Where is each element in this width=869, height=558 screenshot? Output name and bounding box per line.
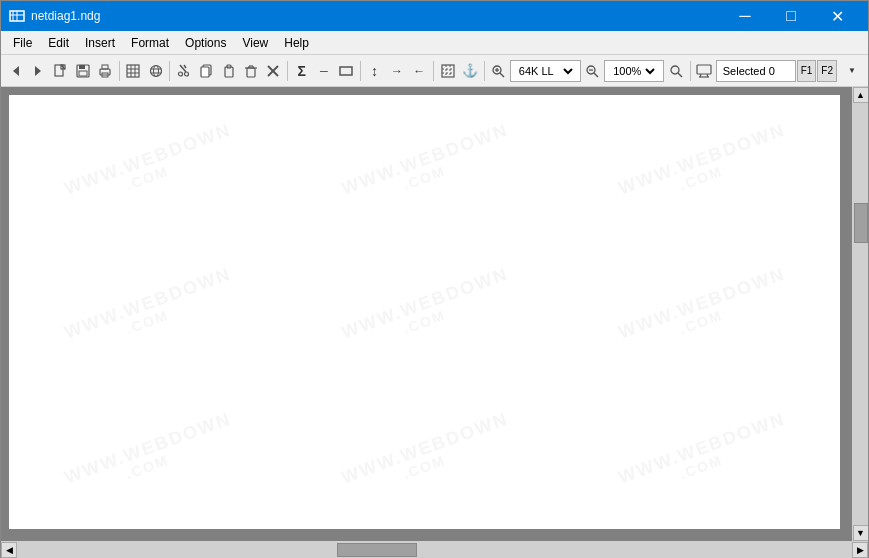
scroll-thumb-vertical[interactable] (854, 203, 868, 243)
svg-point-21 (153, 65, 158, 76)
toolbar: Σ ─ ↕ → ← ⚓ 64K LL 128K LL 256K LL (1, 55, 868, 87)
scroll-track-horizontal[interactable] (17, 542, 852, 558)
arrow-select-button[interactable]: ↕ (364, 59, 385, 83)
svg-rect-39 (340, 67, 352, 75)
selected-label: Selected (723, 65, 766, 77)
internet-button[interactable] (145, 59, 166, 83)
horizontal-scrollbar: ◀ ▶ (1, 541, 868, 557)
menu-format[interactable]: Format (123, 32, 177, 54)
toolbar-separator-3 (287, 61, 288, 81)
menu-help[interactable]: Help (276, 32, 317, 54)
menu-insert[interactable]: Insert (77, 32, 123, 54)
anchor-button[interactable]: ⚓ (459, 59, 480, 83)
zoom-out-button[interactable] (665, 59, 686, 83)
svg-line-46 (500, 73, 504, 77)
svg-rect-54 (697, 65, 711, 74)
arrow-left-button[interactable]: ← (409, 59, 430, 83)
print-button[interactable] (94, 59, 115, 83)
f2-button[interactable]: F2 (817, 60, 837, 82)
back-button[interactable] (5, 59, 26, 83)
maximize-button[interactable]: □ (768, 1, 814, 31)
main-window: netdiag1.ndg ─ □ ✕ File Edit Insert Form… (0, 0, 869, 558)
forward-button[interactable] (27, 59, 48, 83)
toolbar-separator-7 (690, 61, 691, 81)
scroll-down-button[interactable]: ▼ (853, 525, 869, 541)
app-icon (9, 8, 25, 24)
svg-marker-5 (35, 66, 41, 76)
scroll-right-button[interactable]: ▶ (852, 542, 868, 558)
svg-rect-6 (55, 65, 63, 76)
svg-line-50 (594, 73, 598, 77)
canvas-container[interactable]: WWW.WEBDOWN.COM WWW.WEBDOWN.COM WWW.WEBD… (1, 87, 852, 541)
svg-point-26 (178, 72, 182, 76)
toolbar-separator-1 (119, 61, 120, 81)
monitor-button[interactable] (693, 59, 714, 83)
memory-select[interactable]: 64K LL 128K LL 256K LL (515, 64, 576, 78)
watermark: WWW.WEBDOWN.COM WWW.WEBDOWN.COM WWW.WEBD… (9, 95, 840, 529)
menu-edit[interactable]: Edit (40, 32, 77, 54)
window-controls: ─ □ ✕ (722, 1, 860, 31)
svg-rect-15 (127, 65, 139, 77)
menu-file[interactable]: File (5, 32, 40, 54)
copy-button[interactable] (196, 59, 217, 83)
svg-point-27 (184, 72, 188, 76)
scroll-thumb-horizontal[interactable] (337, 543, 417, 557)
paste-button[interactable] (218, 59, 239, 83)
svg-rect-40 (442, 65, 454, 77)
title-bar: netdiag1.ndg ─ □ ✕ (1, 1, 868, 31)
rectangle-button[interactable] (336, 59, 357, 83)
delete-button[interactable] (240, 59, 261, 83)
toolbar-separator-2 (169, 61, 170, 81)
svg-rect-11 (79, 71, 87, 76)
svg-rect-32 (247, 68, 255, 77)
line-tool-button[interactable]: ─ (313, 59, 334, 83)
toolbar-separator-5 (433, 61, 434, 81)
toolbar-separator-4 (360, 61, 361, 81)
sigma-button[interactable]: Σ (291, 59, 312, 83)
table-button[interactable] (123, 59, 144, 83)
minimize-button[interactable]: ─ (722, 1, 768, 31)
zoom-dropdown[interactable]: 50% 75% 100% 125% 150% 200% (604, 60, 664, 82)
vertical-scrollbar: ▲ ▼ (852, 87, 868, 541)
toolbar-separator-6 (484, 61, 485, 81)
svg-point-20 (150, 65, 161, 76)
close-button[interactable]: ✕ (814, 1, 860, 31)
cut-button[interactable] (173, 59, 194, 83)
zoom-select[interactable]: 50% 75% 100% 125% 150% 200% (609, 64, 658, 78)
remove-button[interactable] (263, 59, 284, 83)
memory-dropdown[interactable]: 64K LL 128K LL 256K LL (510, 60, 581, 82)
svg-rect-10 (79, 65, 85, 69)
menu-view[interactable]: View (234, 32, 276, 54)
grid-button[interactable] (437, 59, 458, 83)
new-page-button[interactable] (50, 59, 71, 83)
canvas[interactable]: WWW.WEBDOWN.COM WWW.WEBDOWN.COM WWW.WEBD… (9, 95, 840, 529)
svg-line-25 (184, 65, 186, 68)
main-area: WWW.WEBDOWN.COM WWW.WEBDOWN.COM WWW.WEBD… (1, 87, 868, 541)
selected-box: Selected 0 (716, 60, 796, 82)
selected-value: 0 (769, 65, 775, 77)
svg-marker-4 (13, 66, 19, 76)
svg-rect-29 (201, 67, 209, 77)
menu-bar: File Edit Insert Format Options View Hel… (1, 31, 868, 55)
scroll-left-button[interactable]: ◀ (1, 542, 17, 558)
scroll-up-button[interactable]: ▲ (853, 87, 869, 103)
window-title: netdiag1.ndg (31, 9, 722, 23)
menu-options[interactable]: Options (177, 32, 234, 54)
scroll-track-vertical[interactable] (853, 103, 869, 525)
arrow-right-button[interactable]: → (386, 59, 407, 83)
zoom-fit-button[interactable] (582, 59, 603, 83)
save-button[interactable] (72, 59, 93, 83)
f1-button[interactable]: F1 (797, 60, 817, 82)
svg-point-52 (671, 66, 679, 74)
svg-line-53 (678, 73, 682, 77)
scroll-right-arrow[interactable]: ▼ (840, 59, 864, 83)
zoom-in-button[interactable] (487, 59, 508, 83)
